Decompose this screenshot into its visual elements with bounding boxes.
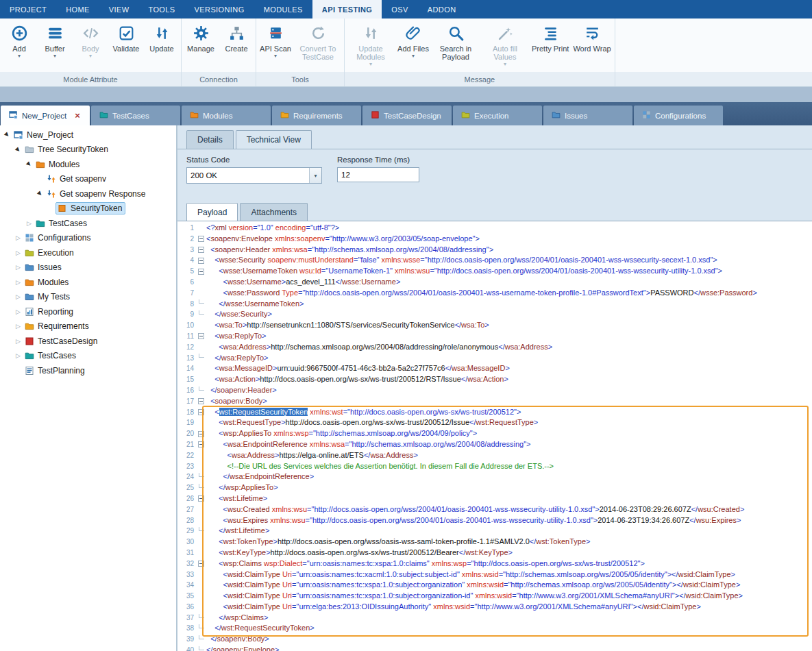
fold-collapse-icon[interactable] [198, 398, 204, 404]
dropdown-arrow-icon[interactable]: ▾ [504, 62, 506, 67]
ribbon-group-label: Message [346, 72, 613, 86]
ribbon-button-update-modules[interactable]: Update Modules▾ [346, 22, 395, 67]
status-code-select[interactable]: 200 OK ▾ [186, 167, 322, 184]
project-icon [9, 110, 18, 121]
code-text: </wsse:UsernameToken> [206, 299, 812, 310]
code-text: <wst:TokenType>http://docs.oasis-open.or… [206, 537, 812, 548]
expand-arrow-icon[interactable]: ▷ [14, 323, 23, 330]
menu-tab-view[interactable]: VIEW [99, 0, 139, 19]
code-line: 1<?xml version="1.0" encoding="utf-8"?> [177, 223, 812, 234]
tree-item-reporting[interactable]: ▷Reporting [0, 304, 176, 319]
tree-item-testcases[interactable]: ▷TestCases [0, 349, 176, 364]
tree-item-modules[interactable]: ▷Modules [0, 275, 176, 290]
dropdown-arrow-icon[interactable]: ▾ [274, 53, 277, 59]
tree-item-testcasedesign[interactable]: ▷TestCaseDesign [0, 334, 176, 349]
convert-testcase-icon [310, 23, 327, 42]
tree-item-new-project[interactable]: ▶New_Project [0, 127, 176, 143]
ribbon-button-create[interactable]: Create [219, 22, 254, 53]
expand-arrow-icon[interactable]: ▷ [14, 352, 23, 359]
expand-arrow-icon[interactable]: ▷ [14, 279, 23, 286]
tree-item-execution[interactable]: ▷Execution [0, 245, 176, 260]
ribbon-button-convert-to-testcase[interactable]: Convert To TestCase [293, 22, 343, 61]
dropdown-arrow-icon[interactable]: ▾ [18, 53, 21, 59]
expand-arrow-icon[interactable]: ▷ [14, 308, 23, 315]
tree-item-configurations[interactable]: ▷Configurations [0, 231, 176, 246]
tree-item-securitytoken[interactable]: SecurityToken [0, 201, 176, 217]
tree-item-get-soapenv[interactable]: Get soapenv [0, 172, 176, 187]
menu-tab-home[interactable]: HOME [56, 0, 99, 19]
fold-collapse-icon[interactable] [198, 431, 204, 437]
fold-collapse-icon[interactable] [198, 258, 204, 264]
tree-item-issues[interactable]: ▷Issues [0, 260, 176, 275]
fold-collapse-icon[interactable] [198, 441, 204, 447]
close-icon[interactable]: × [75, 112, 80, 119]
testcasedesign-icon [371, 110, 380, 121]
ribbon-button-word-wrap[interactable]: Word Wrap [571, 22, 613, 53]
menu-tab-project[interactable]: PROJECT [0, 0, 56, 19]
tab-payload[interactable]: Payload [186, 203, 238, 221]
tab-attachments[interactable]: Attachments [240, 203, 308, 221]
menu-tab-api-testing[interactable]: API TESTING [312, 0, 382, 19]
document-tab-requirements[interactable]: Requirements [272, 106, 361, 125]
tab-technical-view[interactable]: Technical View [236, 130, 312, 149]
tree-item-testcases[interactable]: ▷TestCases [0, 216, 176, 231]
document-tab-testcasedesign[interactable]: TestCaseDesign [362, 106, 452, 125]
tree-item-requirements[interactable]: ▷Requirements [0, 319, 176, 334]
code-text: <wsid:ClaimType Uri="urn:oasis:names:tc:… [206, 580, 812, 591]
expand-arrow-icon[interactable]: ▷ [14, 338, 23, 345]
ribbon-button-add[interactable]: Add▾ [1, 22, 37, 59]
menu-tab-modules[interactable]: MODULES [254, 0, 312, 19]
fold-collapse-icon[interactable] [198, 269, 204, 275]
tree-item-my-tests[interactable]: ▷My Tests [0, 290, 176, 305]
ribbon-button-search-in-payload[interactable]: Search in Payload [431, 22, 480, 61]
tree-item-tree-securitytoken[interactable]: ▶Tree SecurityToken [0, 143, 176, 158]
fold-collapse-icon[interactable] [198, 409, 204, 415]
collapse-arrow-icon[interactable]: ▶ [2, 130, 13, 140]
dropdown-arrow-icon[interactable]: ▾ [369, 62, 372, 67]
fold-collapse-icon[interactable] [198, 495, 204, 502]
ribbon-button-body[interactable]: Body▾ [73, 22, 108, 59]
collapse-arrow-icon[interactable]: ▶ [35, 188, 46, 199]
fold-collapse-icon[interactable] [198, 333, 204, 339]
code-editor[interactable]: 1<?xml version="1.0" encoding="utf-8"?>2… [177, 221, 812, 651]
ribbon-button-api-scan[interactable]: API Scan▾ [258, 22, 293, 59]
expand-arrow-icon[interactable]: ▷ [14, 249, 23, 256]
dropdown-arrow-icon[interactable]: ▾ [89, 53, 92, 59]
tree-item-modules[interactable]: ▶Modules [0, 157, 176, 172]
ribbon-button-add-files[interactable]: Add Files▾ [395, 22, 431, 59]
fold-collapse-icon[interactable] [198, 236, 204, 242]
ribbon-button-auto-fill-values[interactable]: Auto fill Values▾ [480, 22, 530, 67]
menu-tab-versioning[interactable]: VERSIONING [185, 0, 254, 19]
fold-collapse-icon[interactable] [198, 561, 204, 567]
collapse-arrow-icon[interactable]: ▶ [13, 144, 24, 155]
document-tab-testcases[interactable]: TestCases [91, 106, 180, 125]
content-panel: DetailsTechnical View Status Code 200 OK… [177, 125, 812, 651]
expand-arrow-icon[interactable]: ▷ [14, 264, 23, 271]
dropdown-arrow-icon[interactable]: ▾ [412, 53, 415, 59]
fold-collapse-icon[interactable] [198, 247, 204, 253]
expand-arrow-icon[interactable]: ▷ [14, 293, 23, 300]
tree-item-testplanning[interactable]: TestPlanning [0, 363, 176, 378]
ribbon-button-update[interactable]: Update [144, 22, 180, 53]
document-tab-issues[interactable]: Issues [543, 106, 632, 125]
tree-item-get-soapenv-response[interactable]: ▶Get soapenv Response [0, 186, 176, 201]
tab-details[interactable]: Details [186, 130, 234, 149]
menu-tab-osv[interactable]: OSV [382, 0, 417, 19]
ribbon-button-validate[interactable]: Validate [108, 22, 144, 53]
ribbon-button-pretty-print[interactable]: Pretty Print [530, 22, 571, 53]
document-tab-execution[interactable]: Execution [453, 106, 542, 125]
collapse-arrow-icon[interactable]: ▶ [24, 159, 35, 170]
menu-tab-tools[interactable]: TOOLS [138, 0, 184, 19]
expand-arrow-icon[interactable]: ▷ [14, 234, 23, 241]
document-tab-configurations[interactable]: Configurations [634, 106, 723, 125]
expand-arrow-icon[interactable]: ▷ [25, 220, 34, 227]
menu-tab-addon[interactable]: ADDON [418, 0, 466, 19]
ribbon-button-buffer[interactable]: Buffer▾ [37, 22, 73, 59]
document-tab-new-project[interactable]: New_Project× [1, 106, 90, 125]
document-tab-modules[interactable]: Modules [182, 106, 271, 125]
chevron-down-icon[interactable]: ▾ [309, 168, 321, 183]
dropdown-arrow-icon[interactable]: ▾ [53, 53, 56, 59]
execution-icon [461, 110, 470, 121]
ribbon-button-manage[interactable]: Manage [183, 22, 219, 53]
response-time-input[interactable] [337, 167, 419, 182]
